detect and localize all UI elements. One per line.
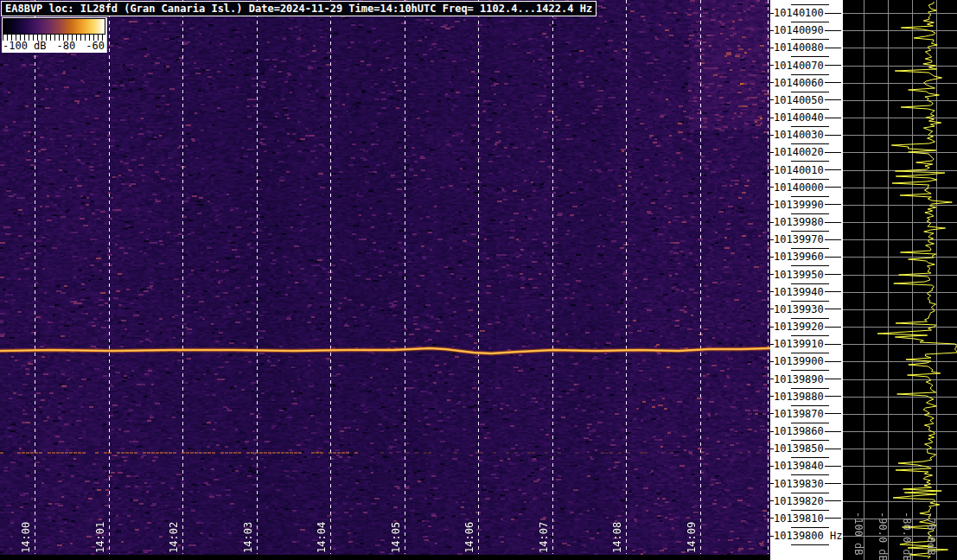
frequency-tick-line xyxy=(825,291,841,292)
title-text: EA8BVP loc: IL28fd (Gran Canaria Isl.) D… xyxy=(5,3,592,15)
frequency-tick: 10139920 xyxy=(770,321,843,333)
frequency-tick-line xyxy=(825,309,841,309)
frequency-tick: 10140020 xyxy=(770,146,843,158)
time-axis-label: 14:09 xyxy=(686,517,698,553)
frequency-tick-label: 10139830 xyxy=(774,478,825,490)
frequency-tick: 10139970 xyxy=(770,233,843,245)
time-axis-label: 14:06 xyxy=(464,517,475,553)
frequency-tick: 10139870 xyxy=(770,408,843,420)
frequency-tick-label: 10140080 xyxy=(774,41,825,54)
frequency-minor-tick xyxy=(791,126,829,127)
frequency-tick: 10139980 xyxy=(770,216,843,228)
frequency-tick: 10139950 xyxy=(770,269,843,281)
frequency-tick-label: 10139860 xyxy=(774,425,825,437)
frequency-tick: 10139910 xyxy=(770,338,843,350)
frequency-minor-tick xyxy=(791,179,829,180)
frequency-tick-label: 10139810 xyxy=(774,512,825,525)
frequency-tick-label: 10140010 xyxy=(774,164,825,176)
frequency-tick-label: 10139910 xyxy=(774,338,825,350)
time-axis-label: 14:04 xyxy=(316,517,328,553)
frequency-tick: 10140070 xyxy=(770,60,843,72)
frequency-tick-line xyxy=(825,449,841,449)
frequency-tick-line xyxy=(825,13,841,14)
frequency-tick-label: 10140020 xyxy=(774,146,825,158)
frequency-tick-label: 10140090 xyxy=(774,24,825,36)
frequency-tick: 10140030 xyxy=(770,129,843,141)
frequency-minor-tick xyxy=(791,474,829,475)
frequency-tick-label: 10139950 xyxy=(774,269,825,281)
time-axis-label: 14:07 xyxy=(539,517,550,553)
frequency-tick-label: 10139940 xyxy=(774,286,825,298)
frequency-tick-line xyxy=(825,152,841,153)
frequency-minor-tick xyxy=(791,510,829,511)
frequency-tick: 10139890 xyxy=(770,373,843,385)
frequency-tick-line xyxy=(825,257,841,258)
color-scale-labels: -100 dB -80 -60 xyxy=(2,41,106,53)
frequency-minor-tick xyxy=(791,493,829,493)
frequency-tick: 10139900 xyxy=(770,355,843,367)
frequency-tick-line xyxy=(825,274,841,275)
frequency-minor-tick xyxy=(791,544,829,545)
frequency-tick-line xyxy=(825,65,841,66)
frequency-minor-tick xyxy=(791,161,829,162)
frequency-minor-tick xyxy=(791,231,829,232)
title-bar: EA8BVP loc: IL28fd (Gran Canaria Isl.) D… xyxy=(1,1,597,16)
frequency-minor-tick xyxy=(791,109,829,110)
qrss-grabber-view: 14:0014:0114:0214:0314:0414:0514:0614:07… xyxy=(0,0,957,560)
frequency-tick-line xyxy=(825,82,841,83)
frequency-minor-tick xyxy=(791,56,829,57)
frequency-minor-tick xyxy=(791,440,829,441)
db-axis-label: -100 dB xyxy=(852,512,864,558)
frequency-tick: 10139800 Hz xyxy=(770,530,843,542)
frequency-minor-tick xyxy=(791,527,829,528)
frequency-minor-tick xyxy=(791,22,829,22)
db-axis-label: -70.0dB xyxy=(925,512,936,558)
frequency-minor-tick xyxy=(791,405,829,406)
frequency-tick-label: 10139900 xyxy=(774,355,825,367)
frequency-tick-line xyxy=(825,135,841,136)
frequency-tick-label: 10140030 xyxy=(774,129,825,141)
time-axis-label: 14:01 xyxy=(95,517,106,553)
frequency-tick-label: 10140070 xyxy=(774,60,825,72)
frequency-tick-label: 10140100 xyxy=(774,7,825,19)
frequency-tick: 10139850 xyxy=(770,442,843,455)
frequency-minor-tick xyxy=(791,335,829,336)
frequency-tick: 10140050 xyxy=(770,94,843,106)
frequency-tick: 10139820 xyxy=(770,495,843,507)
time-axis-label: 14:00 xyxy=(21,517,32,553)
frequency-minor-tick xyxy=(791,248,829,249)
frequency-tick-label: 10139890 xyxy=(774,373,825,385)
frequency-tick-label: 10140000 xyxy=(774,181,825,194)
frequency-tick-line xyxy=(825,466,841,467)
frequency-tick-label: 10139870 xyxy=(774,408,825,420)
frequency-tick: 10139990 xyxy=(770,199,843,211)
frequency-tick: 10139880 xyxy=(770,391,843,403)
frequency-minor-tick xyxy=(791,74,829,75)
frequency-tick-label: 10140060 xyxy=(774,77,825,89)
frequency-tick-line xyxy=(825,413,841,414)
color-scale-legend: -100 dB -80 -60 xyxy=(2,17,107,53)
frequency-tick-line xyxy=(825,361,841,362)
frequency-tick-line xyxy=(825,99,841,100)
frequency-tick: 10139930 xyxy=(770,303,843,315)
frequency-tick-line xyxy=(825,379,841,379)
time-axis-label: 14:02 xyxy=(169,517,180,553)
frequency-tick-line xyxy=(825,239,841,240)
frequency-tick-line xyxy=(825,500,841,501)
spectrum-plot-canvas xyxy=(843,0,957,560)
frequency-tick-label: 10139990 xyxy=(774,199,825,211)
frequency-axis: 1014010010140090101400801014007010140060… xyxy=(770,0,843,560)
frequency-tick: 10139940 xyxy=(770,286,843,298)
frequency-minor-tick xyxy=(791,457,829,458)
frequency-tick-label: 10139930 xyxy=(774,303,825,315)
frequency-minor-tick xyxy=(791,283,829,284)
time-axis-label: 14:03 xyxy=(243,517,254,553)
frequency-tick-line xyxy=(825,169,841,170)
db-axis-label: -80.0 dB xyxy=(901,512,912,558)
frequency-tick: 10140010 xyxy=(770,164,843,176)
frequency-tick-label: 10139980 xyxy=(774,216,825,228)
frequency-minor-tick xyxy=(791,196,829,197)
frequency-tick-line xyxy=(825,204,841,205)
db-axis-label: -90.0 dB xyxy=(877,512,888,558)
frequency-tick: 10140060 xyxy=(770,77,843,89)
